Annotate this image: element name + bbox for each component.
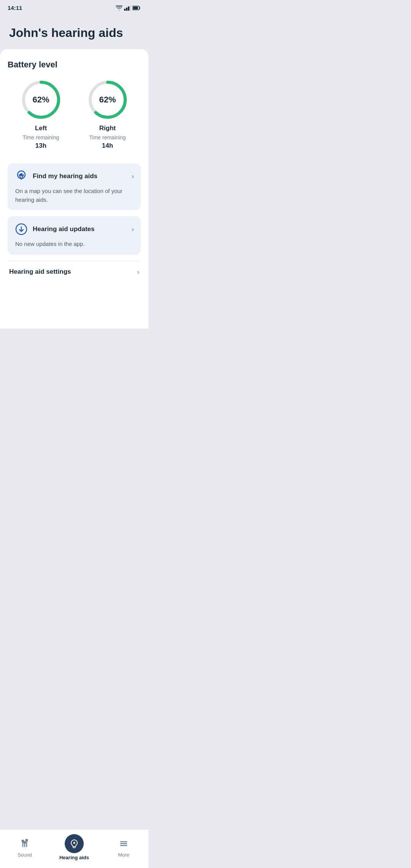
main-card: Battery level 62% Left Time remaining 13… [0,49,148,329]
hearing-updates-card[interactable]: Hearing aid updates › No new updates in … [8,216,141,255]
battery-section-title: Battery level [8,60,141,70]
location-pin-icon [14,169,28,183]
battery-right-time-value: 14h [102,142,113,150]
battery-left-label: Left [35,124,47,132]
download-icon [14,222,28,236]
battery-left-circle: 62% [20,79,62,121]
updates-card-description: No new updates in the app. [14,240,134,249]
battery-right-time-label: Time remaining [89,134,126,140]
wifi-icon [116,5,123,11]
find-card-title: Find my hearing aids [33,172,97,180]
svg-point-11 [20,173,23,176]
svg-rect-2 [128,6,129,11]
find-hearing-aids-card[interactable]: Find my hearing aids › On a map you can … [8,163,141,210]
settings-row-title: Hearing aid settings [9,268,71,276]
battery-left-percent: 62% [32,95,49,105]
battery-right-percent: 62% [99,95,116,105]
svg-rect-1 [126,8,127,11]
find-card-left: Find my hearing aids [14,169,97,183]
find-card-chevron: › [132,172,134,180]
find-card-description: On a map you can see the location of you… [14,187,134,204]
status-bar: 14:11 [0,0,148,14]
battery-left-time-value: 13h [35,142,46,150]
updates-card-header: Hearing aid updates › [14,222,134,236]
page-header: John's hearing aids [0,14,148,49]
hearing-aid-settings-row[interactable]: Hearing aid settings › [8,261,141,283]
battery-right: 62% Right Time remaining 14h [87,79,129,150]
status-time: 14:11 [8,5,22,11]
updates-card-title: Hearing aid updates [33,225,94,233]
svg-rect-3 [130,5,131,11]
updates-card-left: Hearing aid updates [14,222,94,236]
settings-row-chevron: › [137,268,139,276]
svg-rect-0 [124,9,126,11]
battery-left: 62% Left Time remaining 13h [20,79,62,150]
page-title: John's hearing aids [9,26,139,40]
svg-rect-5 [133,6,138,9]
battery-right-label: Right [99,124,116,132]
status-icons [116,5,141,11]
find-card-header: Find my hearing aids › [14,169,134,183]
battery-icon [132,6,141,10]
signal-icon [124,5,131,11]
battery-row: 62% Left Time remaining 13h 62% Right Ti… [8,79,141,150]
updates-card-chevron: › [132,225,134,233]
battery-left-time-label: Time remaining [23,134,59,140]
battery-right-circle: 62% [87,79,129,121]
